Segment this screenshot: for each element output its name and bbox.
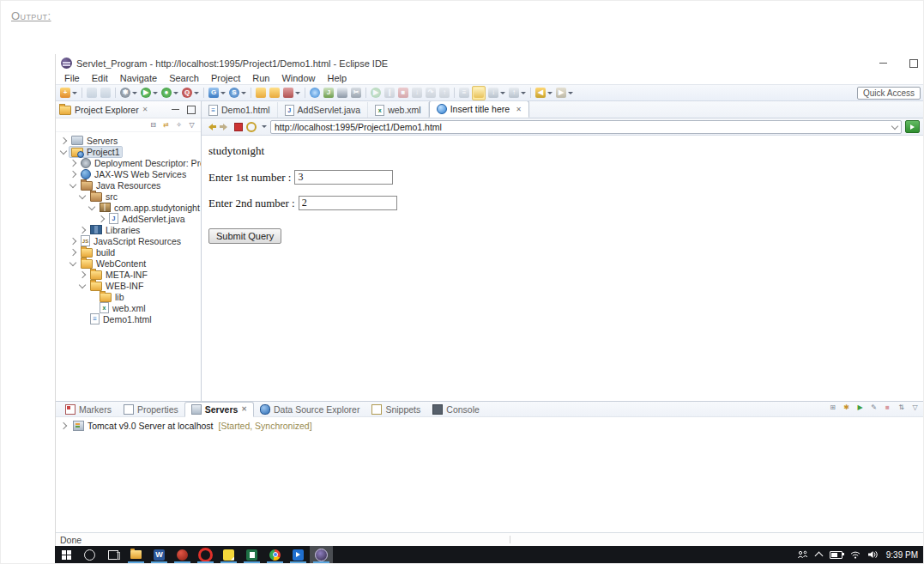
- bottom-tab-data-source-explorer[interactable]: Data Source Explorer: [254, 403, 365, 416]
- project-explorer-tab[interactable]: Project Explorer: [75, 105, 139, 115]
- paint-icon[interactable]: [282, 87, 301, 100]
- browser-back-icon[interactable]: [205, 124, 216, 130]
- view-lines-icon[interactable]: ≡: [458, 87, 470, 100]
- tree-item-libraries[interactable]: Libraries: [56, 224, 201, 235]
- bottom-tab-properties[interactable]: Properties: [118, 403, 184, 416]
- menu-edit[interactable]: Edit: [86, 73, 114, 83]
- taskbar-file-explorer-icon[interactable]: [124, 546, 148, 563]
- tree-item-src[interactable]: src: [56, 191, 201, 202]
- tree-item-lib[interactable]: lib: [56, 291, 201, 302]
- taskbar-task-view-icon[interactable]: [101, 546, 124, 563]
- menu-window[interactable]: Window: [275, 73, 321, 83]
- tree-item-demo1-html[interactable]: ≡Demo1.html: [56, 313, 201, 324]
- open-folder-icon[interactable]: [255, 87, 267, 100]
- publish-server-icon[interactable]: ⇅: [897, 403, 906, 412]
- taskbar-excel-icon[interactable]: [240, 546, 263, 563]
- taskbar-sticky-notes-icon[interactable]: [217, 546, 240, 563]
- editor-tab-demo1-html[interactable]: ≡Demo1.html: [202, 102, 278, 118]
- tree-arrow-icon[interactable]: [69, 170, 76, 177]
- url-input[interactable]: [275, 122, 892, 132]
- cut-icon[interactable]: ✂: [350, 87, 362, 100]
- browser-nav-dropdown-icon[interactable]: [262, 125, 267, 128]
- step-over-icon[interactable]: ↷: [425, 87, 437, 100]
- save-icon[interactable]: [86, 87, 98, 100]
- taskbar-eclipse-icon[interactable]: [310, 546, 333, 563]
- new-web-service-icon[interactable]: S: [228, 87, 247, 100]
- tree-item-javascript-resources[interactable]: JSJavaScript Resources: [56, 235, 201, 246]
- clock[interactable]: 9:39 PM: [886, 550, 918, 560]
- stop-server-icon[interactable]: ■: [883, 403, 892, 412]
- suspend-icon[interactable]: ❙: [383, 87, 396, 100]
- editor-tab-web-xml[interactable]: xweb.xml: [368, 102, 429, 118]
- taskbar-word-icon[interactable]: W: [148, 546, 171, 563]
- mark-occurrences-icon[interactable]: [472, 86, 486, 100]
- tree-item-servers[interactable]: Servers: [56, 135, 201, 146]
- tree-arrow-icon[interactable]: [69, 248, 76, 255]
- profile-server-icon[interactable]: ✎: [869, 403, 879, 412]
- taskbar-start-icon[interactable]: [55, 546, 78, 563]
- step-return-icon[interactable]: ↑: [438, 87, 450, 100]
- tray-expand-icon[interactable]: [814, 552, 823, 561]
- tree-item-jax-ws-web-services[interactable]: JAX-WS Web Services: [56, 168, 201, 179]
- debug-server-icon[interactable]: ✱: [842, 403, 851, 412]
- quick-access-box[interactable]: Quick Access: [857, 87, 921, 100]
- open-resource-icon[interactable]: [269, 87, 281, 100]
- server-row[interactable]: Tomcat v9.0 Server at localhost [Started…: [61, 421, 923, 431]
- minimize-button[interactable]: [879, 63, 887, 64]
- battery-icon[interactable]: [830, 551, 842, 559]
- taskbar-media-app-icon[interactable]: [287, 546, 310, 563]
- tree-arrow-icon[interactable]: [60, 136, 67, 143]
- url-dropdown-icon[interactable]: [891, 122, 898, 129]
- run-icon[interactable]: ▶: [140, 87, 159, 100]
- tree-item-webcontent[interactable]: WebContent: [56, 258, 201, 269]
- menu-help[interactable]: Help: [322, 73, 353, 83]
- tab-close-icon[interactable]: ✕: [241, 405, 247, 413]
- browser-refresh-icon[interactable]: [246, 122, 257, 132]
- submit-query-button[interactable]: Submit Query: [208, 228, 281, 244]
- editor-tab-addservlet-java[interactable]: JAddServlet.java: [278, 102, 369, 118]
- tree-arrow-icon[interactable]: [69, 159, 76, 166]
- tree-arrow-icon[interactable]: [98, 215, 105, 221]
- debug-settings-icon[interactable]: ✱: [119, 87, 138, 100]
- taskbar-opera-icon[interactable]: [194, 546, 217, 563]
- server-expand-icon[interactable]: [60, 422, 67, 429]
- step-into-icon[interactable]: ↓: [411, 87, 423, 100]
- tree-arrow-icon[interactable]: [69, 180, 76, 187]
- view-maximize-icon[interactable]: [187, 106, 196, 114]
- back-icon[interactable]: ◀: [534, 87, 553, 100]
- maximize-button[interactable]: [909, 59, 918, 68]
- bottom-tab-markers[interactable]: Markers: [59, 403, 118, 416]
- bottom-tab-console[interactable]: Console: [426, 403, 486, 416]
- project-explorer-close-icon[interactable]: ✕: [142, 106, 148, 113]
- taskbar-cortana-icon[interactable]: [78, 546, 101, 563]
- tree-arrow-icon[interactable]: [88, 203, 95, 209]
- tree-item-java-resources[interactable]: Java Resources: [56, 179, 201, 191]
- go-button[interactable]: [905, 120, 920, 133]
- profile-icon[interactable]: Q: [181, 87, 200, 100]
- focus-view-icon[interactable]: ✧: [174, 120, 184, 130]
- tree-arrow-icon[interactable]: [69, 258, 76, 265]
- tree-arrow-icon[interactable]: [60, 147, 67, 154]
- tree-item-com-app-studytonight[interactable]: com.app.studytonight: [56, 202, 201, 213]
- save-all-icon[interactable]: [100, 87, 112, 100]
- coverage-icon[interactable]: ●: [160, 87, 179, 100]
- java-element-icon[interactable]: J: [323, 87, 335, 100]
- wifi-icon[interactable]: [850, 551, 861, 559]
- view-minimize-icon[interactable]: [172, 109, 179, 110]
- next-annotation-icon[interactable]: ↓: [487, 87, 506, 100]
- tree-item-addservlet-java[interactable]: JAddServlet.java: [56, 213, 201, 224]
- collapse-all-icon[interactable]: ⊟: [148, 120, 158, 130]
- volume-icon[interactable]: [868, 550, 879, 559]
- tab-close-icon[interactable]: ✕: [516, 106, 522, 113]
- link-with-editor-icon[interactable]: ⇄: [161, 120, 171, 130]
- view-menu-icon[interactable]: ▽: [187, 120, 196, 130]
- menu-project[interactable]: Project: [205, 73, 246, 83]
- browser-stop-icon[interactable]: [234, 123, 243, 131]
- console-window-icon[interactable]: [336, 87, 348, 100]
- web-browser-icon[interactable]: [309, 87, 321, 100]
- forward-icon[interactable]: ▶: [555, 87, 574, 100]
- new-server-icon[interactable]: ⊞: [828, 403, 837, 412]
- second-number-input[interactable]: [299, 196, 397, 210]
- view-menu-icon[interactable]: ▽: [910, 403, 920, 412]
- menu-search[interactable]: Search: [163, 73, 205, 83]
